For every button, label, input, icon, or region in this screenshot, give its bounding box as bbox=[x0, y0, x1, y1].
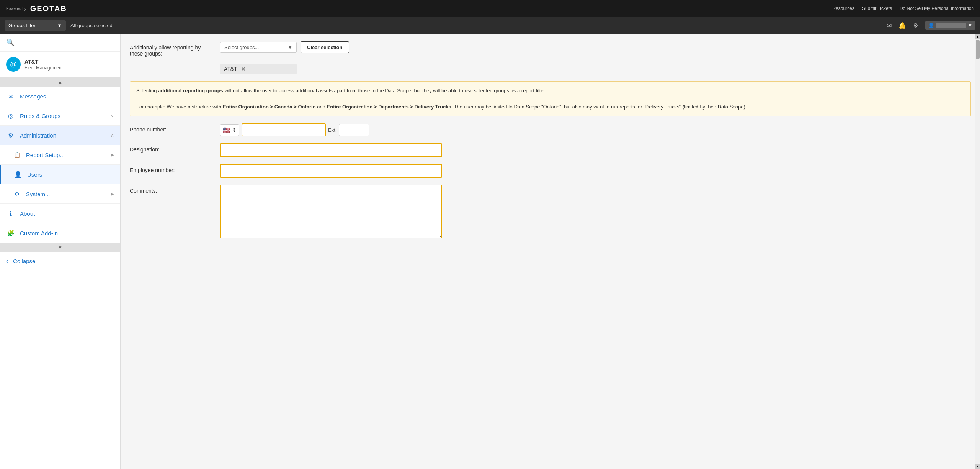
report-setup-label: Report Setup... bbox=[26, 152, 106, 158]
scroll-up-button[interactable]: ▲ bbox=[975, 34, 980, 39]
user-menu-button[interactable]: 👤 ▼ bbox=[925, 21, 975, 30]
do-not-sell-link[interactable]: Do Not Sell My Personal Information bbox=[900, 6, 974, 11]
custom-add-in-label: Custom Add-In bbox=[20, 230, 114, 236]
sidebar-search-area: 🔍 bbox=[0, 34, 120, 52]
system-arrow: ▶ bbox=[111, 191, 114, 197]
about-label: About bbox=[20, 210, 114, 217]
company-name: AT&T bbox=[24, 58, 63, 65]
employee-number-row: Employee number: bbox=[130, 164, 971, 178]
mail-icon[interactable]: ✉ bbox=[887, 22, 892, 29]
scroll-thumb[interactable] bbox=[976, 40, 980, 59]
sidebar-item-users[interactable]: 👤 Users bbox=[0, 165, 120, 184]
clear-selection-button[interactable]: Clear selection bbox=[301, 41, 349, 53]
att-tag-area: AT&T ✕ bbox=[220, 64, 971, 74]
company-logo-icon: @ bbox=[6, 57, 21, 72]
groups-filter-bar: Groups filter ▼ All groups selected ✉ 🔔 … bbox=[0, 17, 980, 34]
powered-by-text: Powered by bbox=[6, 7, 26, 11]
sidebar-item-system[interactable]: ⚙ System... ▶ bbox=[0, 184, 120, 204]
employee-number-controls bbox=[220, 164, 971, 178]
att-tag-label: AT&T bbox=[224, 66, 237, 72]
comments-textarea[interactable] bbox=[220, 185, 442, 238]
sidebar: 🔍 @ AT&T Fleet Management ▲ ✉ Messages ◎… bbox=[0, 34, 121, 469]
phone-country-selector[interactable]: 🇺🇸 ⇕ bbox=[220, 124, 239, 136]
settings-icon[interactable]: ⚙ bbox=[913, 22, 918, 29]
sidebar-collapse-button[interactable]: ‹ Collapse bbox=[0, 252, 120, 270]
sidebar-item-custom-add-in[interactable]: 🧩 Custom Add-In bbox=[0, 223, 120, 243]
report-setup-icon: 📋 bbox=[12, 150, 21, 159]
all-groups-text: All groups selected bbox=[70, 23, 113, 28]
main-layout: 🔍 @ AT&T Fleet Management ▲ ✉ Messages ◎… bbox=[0, 34, 980, 469]
resources-link[interactable]: Resources bbox=[833, 6, 854, 11]
info-box-bold3: Entire Organization > Departments > Deli… bbox=[327, 104, 451, 110]
reporting-groups-controls: Select groups... ▼ Clear selection bbox=[220, 41, 971, 53]
employee-number-label: Employee number: bbox=[130, 164, 214, 173]
rules-groups-icon: ◎ bbox=[6, 111, 15, 120]
users-label: Users bbox=[27, 171, 114, 178]
att-tag-close-button[interactable]: ✕ bbox=[241, 66, 246, 72]
ext-input[interactable] bbox=[339, 124, 369, 136]
report-setup-arrow: ▶ bbox=[111, 152, 114, 157]
phone-wrapper: 🇺🇸 ⇕ Ext. bbox=[220, 123, 971, 136]
phone-label: Phone number: bbox=[130, 123, 214, 133]
groups-filter-dropdown-icon: ▼ bbox=[57, 23, 62, 28]
ext-label: Ext. bbox=[328, 127, 336, 133]
search-icon: 🔍 bbox=[6, 38, 15, 47]
employee-number-input[interactable] bbox=[220, 164, 442, 178]
select-groups-placeholder: Select groups... bbox=[224, 44, 259, 50]
company-info: AT&T Fleet Management bbox=[24, 58, 63, 71]
sidebar-item-about[interactable]: ℹ About bbox=[0, 204, 120, 223]
comments-label: Comments: bbox=[130, 185, 214, 194]
reporting-groups-row: Additionally allow reporting by these gr… bbox=[130, 41, 971, 57]
info-box-bold2: Entire Organization > Canada > Ontario bbox=[223, 104, 316, 110]
users-icon: 👤 bbox=[13, 170, 23, 179]
sidebar-item-messages[interactable]: ✉ Messages bbox=[0, 87, 120, 106]
about-icon: ℹ bbox=[6, 209, 15, 218]
company-subtitle: Fleet Management bbox=[24, 65, 63, 71]
sidebar-scroll-down-button[interactable]: ▼ bbox=[0, 243, 120, 252]
submit-tickets-link[interactable]: Submit Tickets bbox=[862, 6, 892, 11]
phone-controls: 🇺🇸 ⇕ Ext. bbox=[220, 123, 971, 136]
att-tag-item: AT&T ✕ bbox=[220, 64, 297, 74]
bell-icon[interactable]: 🔔 bbox=[898, 22, 906, 29]
groups-filter-label: Groups filter bbox=[8, 23, 36, 28]
collapse-label: Collapse bbox=[13, 258, 35, 264]
info-box-bold1: additional reporting groups bbox=[158, 88, 223, 93]
user-name-text bbox=[936, 23, 966, 28]
select-groups-button[interactable]: Select groups... ▼ bbox=[220, 42, 297, 53]
designation-row: Designation: bbox=[130, 143, 971, 157]
administration-icon: ⚙ bbox=[6, 131, 15, 140]
groups-bar-actions: ✉ 🔔 ⚙ 👤 ▼ bbox=[887, 21, 975, 30]
brand-name: GEOTAB bbox=[30, 4, 67, 13]
designation-controls bbox=[220, 143, 971, 157]
collapse-arrow-icon: ‹ bbox=[6, 257, 8, 265]
sidebar-item-administration[interactable]: ⚙ Administration ∧ bbox=[0, 126, 120, 145]
groups-filter-button[interactable]: Groups filter ▼ bbox=[5, 20, 66, 31]
sidebar-scroll-up-button[interactable]: ▲ bbox=[0, 77, 120, 87]
info-box-line2: For example: We have a structure with En… bbox=[136, 103, 964, 111]
reporting-groups-label: Additionally allow reporting by these gr… bbox=[130, 41, 214, 57]
comments-row: Comments: bbox=[130, 185, 971, 239]
administration-arrow: ∧ bbox=[111, 133, 114, 138]
scrollbar-track: ▲ ▼ bbox=[975, 34, 980, 469]
main-content-area: Additionally allow reporting by these gr… bbox=[121, 34, 980, 469]
us-flag-icon: 🇺🇸 bbox=[223, 126, 230, 134]
messages-label: Messages bbox=[20, 93, 114, 100]
info-box: Selecting additional reporting groups wi… bbox=[130, 81, 971, 116]
phone-number-input[interactable] bbox=[242, 123, 326, 136]
system-label: System... bbox=[26, 191, 106, 197]
top-navbar: Powered by GEOTAB Resources Submit Ticke… bbox=[0, 0, 980, 17]
user-menu-arrow: ▼ bbox=[968, 23, 972, 28]
phone-number-row: Phone number: 🇺🇸 ⇕ Ext. bbox=[130, 123, 971, 136]
system-icon: ⚙ bbox=[12, 189, 21, 198]
user-icon: 👤 bbox=[928, 23, 934, 28]
scroll-down-button[interactable]: ▼ bbox=[975, 464, 980, 469]
company-logo-area: @ AT&T Fleet Management bbox=[0, 52, 120, 77]
comments-controls bbox=[220, 185, 971, 239]
info-box-line1: Selecting additional reporting groups wi… bbox=[136, 87, 964, 95]
sidebar-item-report-setup[interactable]: 📋 Report Setup... ▶ bbox=[0, 145, 120, 165]
select-groups-wrapper: Select groups... ▼ Clear selection bbox=[220, 41, 971, 53]
sidebar-item-rules-groups[interactable]: ◎ Rules & Groups ∨ bbox=[0, 106, 120, 126]
messages-icon: ✉ bbox=[6, 92, 15, 101]
custom-add-in-icon: 🧩 bbox=[6, 228, 15, 238]
designation-input[interactable] bbox=[220, 143, 442, 157]
